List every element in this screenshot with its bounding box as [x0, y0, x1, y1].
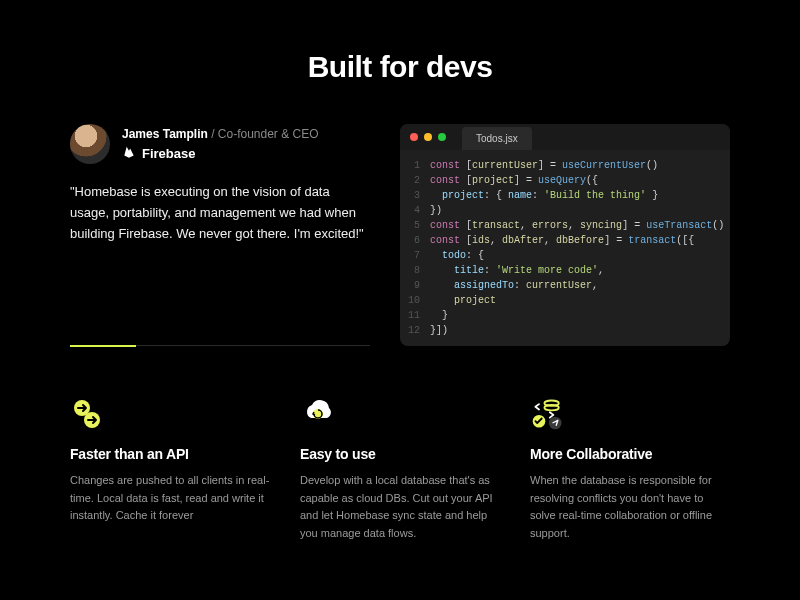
author-name: James Tamplin: [122, 127, 208, 141]
line-number: 4: [408, 203, 420, 218]
author-line: James Tamplin / Co-founder & CEO: [122, 127, 319, 141]
line-number: 8: [408, 263, 420, 278]
testimonial-header: James Tamplin / Co-founder & CEO Firebas…: [70, 124, 370, 164]
testimonial-quote: "Homebase is executing on the vision of …: [70, 182, 370, 244]
features-row: Faster than an APIChanges are pushed to …: [70, 396, 730, 542]
line-number: 7: [408, 248, 420, 263]
feature-body: Changes are pushed to all clients in rea…: [70, 472, 270, 525]
line-number: 10: [408, 293, 420, 308]
code-line: const [project] = useQuery({: [430, 173, 724, 188]
feature-body: Develop with a local database that's as …: [300, 472, 500, 542]
code-line: }: [430, 308, 724, 323]
close-icon: [410, 133, 418, 141]
feature: More CollaborativeWhen the database is r…: [530, 396, 730, 542]
minimize-icon: [424, 133, 432, 141]
line-number: 11: [408, 308, 420, 323]
line-number: 1: [408, 158, 420, 173]
feature-body: When the database is responsible for res…: [530, 472, 730, 542]
progress-bar: [70, 345, 370, 346]
cloud-sync-icon: [300, 396, 336, 432]
code-line: title: 'Write more code',: [430, 263, 724, 278]
line-number: 12: [408, 323, 420, 338]
line-number: 2: [408, 173, 420, 188]
collab-icon: [530, 396, 566, 432]
feature-title: Faster than an API: [70, 446, 270, 462]
code-line: const [ids, dbAfter, dbBefore] = transac…: [430, 233, 724, 248]
code-line: const [currentUser] = useCurrentUser(): [430, 158, 724, 173]
code-tab: Todos.jsx: [462, 127, 532, 150]
code-line: }): [430, 203, 724, 218]
code-line: const [transact, errors, syncing] = useT…: [430, 218, 724, 233]
code-line: }]): [430, 323, 724, 338]
code-line: project: { name: 'Build the thing' }: [430, 188, 724, 203]
page-title: Built for devs: [70, 50, 730, 84]
feature: Easy to useDevelop with a local database…: [300, 396, 500, 542]
code-line: project: [430, 293, 724, 308]
svg-point-6: [549, 417, 562, 430]
line-number: 9: [408, 278, 420, 293]
line-number: 5: [408, 218, 420, 233]
feature-title: Easy to use: [300, 446, 500, 462]
author-role: Co-founder & CEO: [218, 127, 319, 141]
line-number: 3: [408, 188, 420, 203]
hero-row: James Tamplin / Co-founder & CEO Firebas…: [70, 124, 730, 346]
code-line: assignedTo: currentUser,: [430, 278, 724, 293]
testimonial: James Tamplin / Co-founder & CEO Firebas…: [70, 124, 370, 346]
feature-title: More Collaborative: [530, 446, 730, 462]
arrows-icon: [70, 396, 106, 432]
maximize-icon: [438, 133, 446, 141]
company-logo: Firebase: [122, 145, 319, 162]
author-sep: /: [208, 127, 218, 141]
feature: Faster than an APIChanges are pushed to …: [70, 396, 270, 542]
firebase-icon: [122, 145, 136, 162]
svg-point-4: [544, 405, 558, 410]
code-line: todo: {: [430, 248, 724, 263]
code-body: 123456789101112 const [currentUser] = us…: [400, 150, 730, 346]
avatar: [70, 124, 110, 164]
code-titlebar: Todos.jsx: [400, 124, 730, 150]
code-window: Todos.jsx 123456789101112 const [current…: [400, 124, 730, 346]
line-number: 6: [408, 233, 420, 248]
company-name: Firebase: [142, 146, 195, 161]
